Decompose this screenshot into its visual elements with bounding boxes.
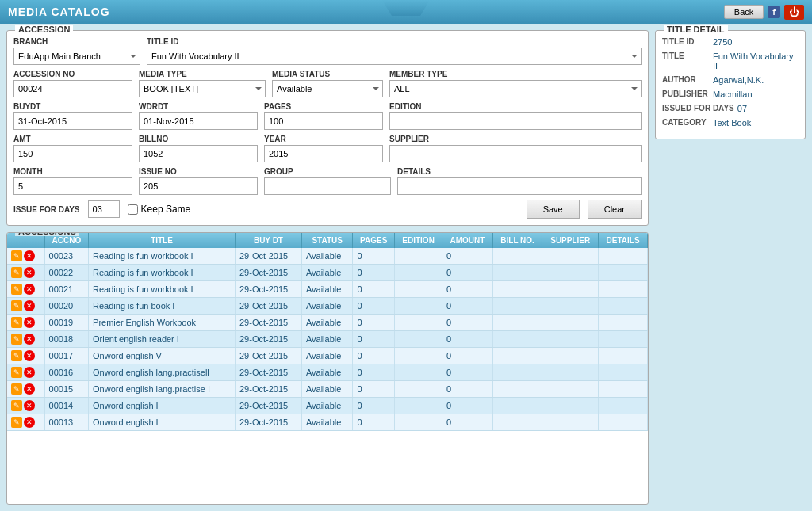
td-edition [395,298,442,315]
table-row[interactable]: ✎ ✕ 00021 Reading is fun workbook I 29-O… [7,281,648,298]
year-input[interactable] [264,145,383,162]
td-billno [492,248,542,265]
table-row[interactable]: ✎ ✕ 00020 Reading is fun book I 29-Oct-2… [7,298,648,315]
save-button[interactable]: Save [527,200,580,219]
td-title: Orient english reader I [89,331,236,348]
table-row[interactable]: ✎ ✕ 00022 Reading is fun workbook I 29-O… [7,265,648,281]
billno-label: BILLNO [139,135,258,143]
group-input[interactable] [264,177,391,195]
table-row[interactable]: ✎ ✕ 00015 Onword english lang.practise I… [7,381,648,398]
td-actions: ✎ ✕ [7,414,44,431]
wdrdt-label: WDRDT [139,102,258,111]
accessions-table-wrapper[interactable]: ACCNO TITLE BUY DT STATUS PAGES EDITION … [7,233,648,504]
form-row-4: AMT BILLNO YEAR SUPPLIER [13,135,642,162]
table-row[interactable]: ✎ ✕ 00017 Onword english V 29-Oct-2015 A… [7,348,648,364]
td-buydt: 29-Oct-2015 [235,315,301,331]
keepsame-checkbox[interactable] [128,204,138,215]
delete-icon[interactable]: ✕ [24,350,35,361]
issueno-input[interactable] [139,177,258,195]
td-publisher-key: PUBLISHER [662,90,710,99]
td-accno: 00016 [44,364,88,381]
edit-icon[interactable]: ✎ [11,267,22,278]
td-amount: 0 [442,414,493,431]
delete-icon[interactable]: ✕ [24,367,35,378]
td-accno: 00013 [44,414,88,431]
titleid-select[interactable]: Fun With Vocabulary II [147,48,642,65]
td-details [599,315,648,331]
edit-icon[interactable]: ✎ [11,317,22,328]
pages-group: PAGES [264,102,383,130]
accno-label: ACCESSION NO [13,70,132,78]
keepsame-label[interactable]: Keep Same [128,204,191,215]
month-input[interactable] [13,177,132,195]
td-supplier [542,398,599,414]
delete-icon[interactable]: ✕ [24,334,35,345]
td-title: Onword english V [89,348,236,364]
edit-icon[interactable]: ✎ [11,400,22,411]
issueno-label: ISSUE NO [139,167,258,176]
delete-icon[interactable]: ✕ [24,250,35,261]
mediatype-select[interactable]: BOOK [TEXT] [139,80,266,97]
power-button[interactable]: ⏻ [784,5,804,20]
titleid-label: TITLE ID [147,37,642,46]
table-row[interactable]: ✎ ✕ 00023 Reading is fun workbook I 29-O… [7,248,648,265]
delete-icon[interactable]: ✕ [24,417,35,428]
td-buydt: 29-Oct-2015 [235,398,301,414]
edition-group: EDITION [389,102,642,130]
th-billno: BILL NO. [492,233,542,248]
membertype-select[interactable]: ALL [389,80,642,97]
delete-icon[interactable]: ✕ [24,317,35,328]
clear-button[interactable]: Clear [588,200,642,219]
supplier-group: SUPPLIER [389,135,642,162]
pages-input[interactable] [264,112,383,130]
table-row[interactable]: ✎ ✕ 00018 Orient english reader I 29-Oct… [7,331,648,348]
accno-input[interactable] [13,80,132,97]
th-edition: EDITION [395,233,442,248]
back-button[interactable]: Back [724,5,764,19]
amt-group: AMT [13,135,132,162]
edit-icon[interactable]: ✎ [11,417,22,428]
delete-icon[interactable]: ✕ [24,300,35,311]
td-issuedfordays-key: ISSUED FOR DAYS [662,104,734,113]
table-row[interactable]: ✎ ✕ 00019 Premier English Workbook 29-Oc… [7,315,648,331]
edit-icon[interactable]: ✎ [11,367,22,378]
issuefordays-input[interactable] [88,200,120,218]
details-input[interactable] [397,177,642,195]
billno-input[interactable] [139,145,258,162]
wdrdt-input[interactable] [139,112,258,130]
delete-icon[interactable]: ✕ [24,267,35,278]
billno-group: BILLNO [139,135,258,162]
td-title: Onword english I [89,414,236,431]
td-title: Reading is fun workbook I [89,281,236,298]
td-pages: 0 [353,248,395,265]
delete-icon[interactable]: ✕ [24,383,35,395]
table-row[interactable]: ✎ ✕ 00013 Onword english I 29-Oct-2015 A… [7,414,648,431]
mediastatus-select[interactable]: Available [272,80,383,97]
buydt-input[interactable] [13,112,132,130]
td-supplier [542,281,599,298]
facebook-button[interactable]: f [768,6,780,18]
edit-icon[interactable]: ✎ [11,250,22,261]
edit-icon[interactable]: ✎ [11,383,22,395]
edit-icon[interactable]: ✎ [11,350,22,361]
td-title: Onword english lang.practise I [89,381,236,398]
table-row[interactable]: ✎ ✕ 00014 Onword english I 29-Oct-2015 A… [7,398,648,414]
mediastatus-group: MEDIA STATUS Available [272,70,383,97]
branch-select[interactable]: EduApp Main Branch [13,48,140,65]
td-actions: ✎ ✕ [7,364,44,381]
edit-icon[interactable]: ✎ [11,334,22,345]
accno-group: ACCESSION NO [13,70,132,97]
edition-input[interactable] [389,112,642,130]
amt-input[interactable] [13,145,132,162]
td-category-val: Text Book [713,118,751,128]
table-row[interactable]: ✎ ✕ 00016 Onword english lang.practisell… [7,364,648,381]
delete-icon[interactable]: ✕ [24,284,35,295]
supplier-input[interactable] [389,145,642,162]
td-edition [395,248,442,265]
td-details [599,298,648,315]
td-accno: 00014 [44,398,88,414]
edit-icon[interactable]: ✎ [11,300,22,311]
delete-icon[interactable]: ✕ [24,400,35,411]
edit-icon[interactable]: ✎ [11,284,22,295]
membertype-group: MEMBER TYPE ALL [389,70,642,97]
